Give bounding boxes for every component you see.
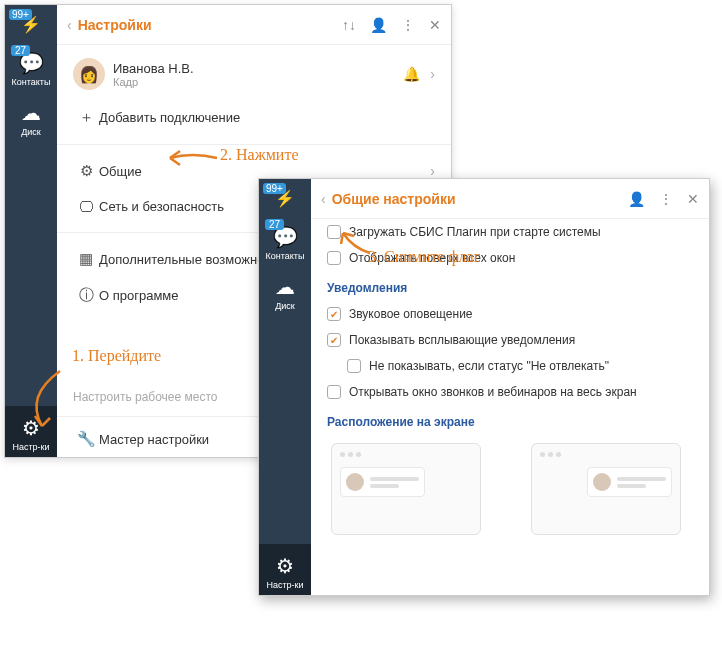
autostart-label: Загружать СБИС Плагин при старте системы [349,225,601,239]
sidebar: 99+ ⚡ 27 💬 Контакты ☁ Диск ⚙ Настр-ки [259,179,311,595]
more-icon[interactable]: ⋮ [659,191,673,207]
add-connection-label: Добавить подключение [99,110,435,125]
cloud-icon: ☁ [275,275,295,299]
sort-icon[interactable]: ↑↓ [342,17,356,33]
user-role: Кадр [113,76,403,88]
back-icon[interactable]: ‹ [321,191,326,207]
sidebar-settings-label: Настр-ки [12,442,49,452]
notif-badge: 99+ [9,9,32,20]
sidebar-contacts[interactable]: 27 💬 Контакты [259,219,311,265]
sidebar-contacts-label: Контакты [12,77,51,87]
header-title: Общие настройки [332,191,614,207]
notif-badge: 99+ [263,183,286,194]
sidebar-disk[interactable]: ☁ Диск [5,91,57,142]
back-icon[interactable]: ‹ [67,17,72,33]
more-icon[interactable]: ⋮ [401,17,415,33]
user-name: Иванова Н.В. [113,61,403,76]
avatar: 👩 [73,58,105,90]
grid-icon: ▦ [73,250,99,268]
popup-row[interactable]: Показывать всплывающие уведомления [311,327,709,353]
position-section-title: Расположение на экране [311,405,709,435]
general-content: ‹ Общие настройки 👤 ⋮ ✕ Загружать СБИС П… [311,179,709,595]
fullscreen-row[interactable]: Открывать окно звонков и вебинаров на ве… [311,379,709,405]
sidebar-disk-label: Диск [21,127,41,137]
chats-count: 27 [265,219,284,230]
sidebar-disk-label: Диск [275,301,295,311]
chats-count: 27 [11,45,30,56]
checkbox-unchecked[interactable] [327,251,341,265]
notifications-section-title: Уведомления [311,271,709,301]
topmost-label: Отображать поверх всех окон [349,251,515,265]
sound-label: Звуковое оповещение [349,307,473,321]
sidebar-settings[interactable]: ⚙ Настр-ки [259,544,311,595]
topmost-row[interactable]: Отображать поверх всех окон [311,245,709,271]
bell-icon: 🔔 [403,66,420,82]
person-icon[interactable]: 👤 [370,17,387,33]
person-icon[interactable]: 👤 [628,191,645,207]
dnd-label: Не показывать, если статус "Не отвлекать… [369,359,609,373]
gear-icon: ⚙ [276,554,294,578]
gear-icon: ⚙ [22,416,40,440]
sound-row[interactable]: Звуковое оповещение [311,301,709,327]
checkbox-checked[interactable] [327,307,341,321]
general-label: Общие [99,164,430,179]
chevron-right-icon: › [430,66,435,82]
close-icon[interactable]: ✕ [429,17,441,33]
cloud-icon: ☁ [21,101,41,125]
checkbox-unchecked[interactable] [327,225,341,239]
header-title: Настройки [78,17,328,33]
monitor-icon: 🖵 [73,198,99,215]
dnd-row[interactable]: Не показывать, если статус "Не отвлекать… [311,353,709,379]
layout-option-left[interactable] [331,443,481,535]
sidebar-settings-label: Настр-ки [266,580,303,590]
checkbox-checked[interactable] [327,333,341,347]
fullscreen-label: Открывать окно звонков и вебинаров на ве… [349,385,637,399]
window-header: ‹ Общие настройки 👤 ⋮ ✕ [311,179,709,219]
window-header: ‹ Настройки ↑↓ 👤 ⋮ ✕ [57,5,451,45]
gear-icon: ⚙ [73,162,99,180]
add-connection-row[interactable]: ＋ Добавить подключение [57,99,451,136]
autostart-row[interactable]: Загружать СБИС Плагин при старте системы [311,219,709,245]
plus-icon: ＋ [73,108,99,127]
sidebar-contacts-label: Контакты [266,251,305,261]
general-settings-window: 99+ ⚡ 27 💬 Контакты ☁ Диск ⚙ Настр-ки ‹ … [258,178,710,596]
popup-label: Показывать всплывающие уведомления [349,333,575,347]
sidebar-contacts[interactable]: 27 💬 Контакты [5,45,57,91]
sidebar-header: 99+ ⚡ [259,179,311,219]
info-icon: ⓘ [73,286,99,305]
sidebar: 99+ ⚡ 27 💬 Контакты ☁ Диск ⚙ Настр-ки [5,5,57,457]
sidebar-header: 99+ ⚡ [5,5,57,45]
close-icon[interactable]: ✕ [687,191,699,207]
wrench-icon: 🔧 [73,430,99,448]
user-row[interactable]: 👩 Иванова Н.В. Кадр 🔔 › [57,49,451,99]
layout-option-right[interactable] [531,443,681,535]
checkbox-unchecked[interactable] [347,359,361,373]
chevron-right-icon: › [430,163,435,179]
layout-options [311,435,709,543]
checkbox-unchecked[interactable] [327,385,341,399]
sidebar-disk[interactable]: ☁ Диск [259,265,311,316]
sidebar-settings[interactable]: ⚙ Настр-ки [5,406,57,457]
